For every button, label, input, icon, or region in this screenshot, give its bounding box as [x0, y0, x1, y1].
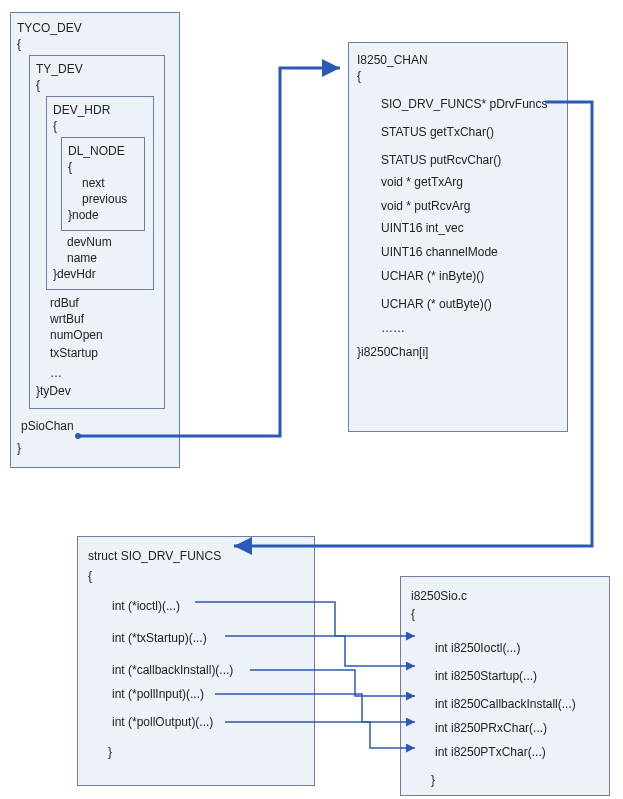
devhdr-title: DEV_HDR: [53, 103, 147, 117]
dlnode-next: next: [82, 176, 138, 190]
chan-intvec: UINT16 int_vec: [381, 221, 559, 235]
tydev-txstartup: txStartup: [50, 346, 158, 360]
devhdr-close: }devHdr: [53, 267, 147, 281]
chan-pdrvfuncs: SIO_DRV_FUNCS* pDrvFuncs: [381, 97, 559, 111]
tydev-title: TY_DEV: [36, 62, 158, 76]
sioc-startup: int i8250Startup(...): [435, 669, 599, 683]
dlnode-close: }node: [68, 208, 138, 222]
tydev-numopen: numOpen: [50, 328, 158, 342]
tydev-ellipsis: …: [50, 366, 158, 380]
chan-open: {: [357, 69, 559, 83]
chan-putrcvarg: void * putRcvArg: [381, 199, 559, 213]
sio-drv-funcs-box: struct SIO_DRV_FUNCS { int (*ioctl)(...)…: [77, 536, 315, 786]
dl-node-box: DL_NODE { next previous }node: [61, 137, 145, 231]
sioc-ptxchar: int i8250PTxChar(...): [435, 745, 599, 759]
chan-gettxarg: void * getTxArg: [381, 175, 559, 189]
sioc-title: i8250Sio.c: [411, 589, 599, 603]
sio-callbackinstall: int (*callbackInstall)(...): [112, 663, 304, 677]
chan-title: I8250_CHAN: [357, 53, 559, 67]
chan-putrcvchar: STATUS putRcvChar(): [381, 153, 559, 167]
sio-ioctl: int (*ioctl)(...): [112, 599, 304, 613]
ty-dev-box: TY_DEV { DEV_HDR { DL_NODE { next previo…: [29, 55, 165, 409]
sio-close: }: [108, 745, 304, 759]
chan-inbyte: UCHAR (* inByte)(): [381, 269, 559, 283]
dlnode-title: DL_NODE: [68, 144, 138, 158]
tyco-title: TYCO_DEV: [17, 21, 173, 35]
sioc-ioctl: int i8250Ioctl(...): [435, 641, 599, 655]
i8250-chan-box: I8250_CHAN { SIO_DRV_FUNCS* pDrvFuncs ST…: [348, 42, 568, 432]
tyco-open: {: [17, 37, 173, 51]
chan-channelmode: UINT16 channelMode: [381, 245, 559, 259]
dev-hdr-box: DEV_HDR { DL_NODE { next previous }node …: [46, 96, 154, 290]
dlnode-open: {: [68, 160, 138, 174]
tydev-close: }tyDev: [36, 384, 158, 398]
tydev-wrtbuf: wrtBuf: [50, 312, 158, 326]
dlnode-prev: previous: [82, 192, 138, 206]
chan-ellipsis: ……: [381, 321, 559, 335]
devhdr-devnum: devNum: [67, 235, 147, 249]
devhdr-name: name: [67, 251, 147, 265]
sio-open: {: [88, 569, 304, 583]
chan-outbyte: UCHAR (* outByte)(): [381, 297, 559, 311]
chan-gettxchar: STATUS getTxChar(): [381, 125, 559, 139]
sio-pollinput: int (*pollInput)(...): [112, 687, 304, 701]
sioc-open: {: [411, 607, 599, 621]
tydev-open: {: [36, 78, 158, 92]
tyco-dev-box: TYCO_DEV { TY_DEV { DEV_HDR { DL_NODE { …: [10, 12, 180, 468]
chan-close: }i8250Chan[i]: [357, 345, 559, 359]
sioc-prxchar: int i8250PRxChar(...): [435, 721, 599, 735]
sio-title: struct SIO_DRV_FUNCS: [88, 549, 304, 563]
i8250sio-box: i8250Sio.c { int i8250Ioctl(...) int i82…: [400, 576, 610, 796]
tyco-close: }: [17, 441, 173, 455]
tyco-psiochan: pSioChan: [21, 419, 173, 433]
sio-polloutput: int (*pollOutput)(...): [112, 715, 304, 729]
sio-txstartup: int (*txStartup)(...): [112, 631, 304, 645]
sioc-callback: int i8250CallbackInstall(...): [435, 697, 599, 711]
devhdr-open: {: [53, 119, 147, 133]
tydev-rdbuf: rdBuf: [50, 296, 158, 310]
sioc-close: }: [431, 773, 599, 787]
